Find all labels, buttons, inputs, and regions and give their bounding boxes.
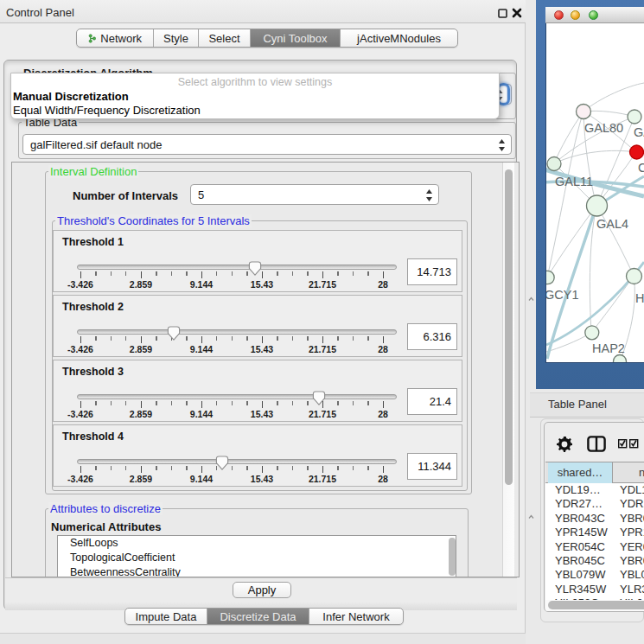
svg-text:H: H [635,291,644,305]
svg-text:GA: GA [634,125,644,139]
svg-text:GAL4: GAL4 [596,217,628,231]
svg-text:HAP2: HAP2 [592,341,625,355]
svg-text:GAL11: GAL11 [555,175,593,188]
svg-text:GCY1: GCY1 [546,288,579,302]
svg-text:C: C [638,161,644,175]
svg-text:GAL80: GAL80 [584,121,623,135]
